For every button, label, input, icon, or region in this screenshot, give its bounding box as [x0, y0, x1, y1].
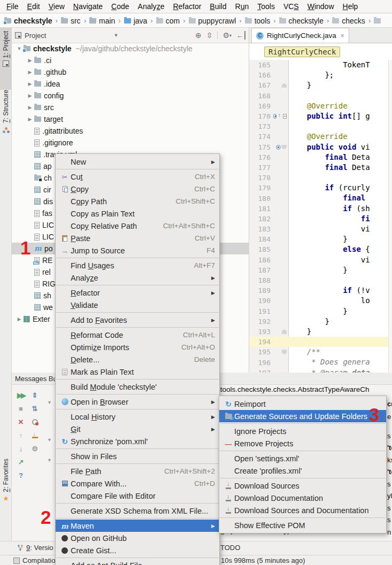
breadcrumb-main[interactable]: main [89, 17, 115, 25]
code-line-169[interactable]: 169 @Override [249, 101, 392, 111]
code-line-166[interactable]: 166 }; [249, 70, 392, 80]
hide-panel-icon[interactable]: ← [236, 31, 245, 40]
code-line-196[interactable]: 196 * Does genera [249, 357, 392, 367]
code-line-191[interactable]: 191 } [249, 306, 392, 316]
menu-item-copy-as-plain-text[interactable]: Copy as Plain Text [56, 207, 219, 220]
code-line-173[interactable]: 173 [249, 121, 392, 131]
version-control-button[interactable]: 9: Versio [17, 544, 53, 552]
code-line-197[interactable]: 197 * @param deta [249, 368, 392, 373]
down-icon[interactable]: ↓ [19, 445, 23, 453]
menu-item-compare-file-with-editor[interactable]: Compare File with Editor [56, 490, 219, 502]
menu-item-generate-sources-and-update-folders[interactable]: Generate Sources and Update Folders [219, 410, 386, 422]
breadcrumb-checkstyle[interactable]: checkstyle [279, 17, 324, 25]
menu-item-reimport[interactable]: Reimport [219, 398, 386, 410]
menu-item-build-module-checkstyle[interactable]: Build Module 'checkstyle' [56, 381, 219, 393]
menu-item-find-usages[interactable]: Find UsagesAlt+F7 [56, 259, 219, 272]
tree-expand-icon[interactable]: ▶ [27, 117, 33, 122]
menu-item-show-effective-pom[interactable]: Show Effective POM [219, 519, 386, 531]
menu-item-reformat-code[interactable]: Reformat CodeCtrl+Alt+L [56, 329, 219, 341]
breadcrumb-src[interactable]: src [61, 17, 81, 25]
compilation-status[interactable]: Compilatio [13, 556, 55, 564]
stop-icon[interactable]: ■ [19, 405, 23, 413]
menu-item-validate[interactable]: Validate [56, 299, 219, 311]
menu-item-delete[interactable]: Delete...Delete [56, 353, 219, 366]
code-line-194[interactable]: 194 [249, 337, 392, 347]
tree-item-github[interactable]: ▶.github [12, 66, 249, 78]
tree-item-config[interactable]: ▶config [12, 90, 249, 102]
import-icon[interactable] [32, 432, 39, 439]
code-line-186[interactable]: 186 vi [249, 255, 392, 265]
menu-item-mark-as-plain-text[interactable]: Mark as Plain Text [56, 366, 219, 378]
tree-item-src[interactable]: ▶src [12, 102, 249, 113]
menu-item-open-in-browser[interactable]: Open in Browser▶ [56, 396, 219, 408]
tree-expand-icon[interactable]: ▶ [27, 105, 33, 110]
tree-item-ci[interactable]: ▶.ci [12, 55, 249, 66]
code-line-182[interactable]: 182 fi [249, 214, 392, 224]
menubar-item-window[interactable]: Window [303, 2, 339, 11]
menu-item-copy[interactable]: CopyCtrl+C [56, 183, 219, 195]
menu-item-open-settings-xml[interactable]: Open 'settings.xml' [219, 452, 386, 465]
code-line-195[interactable]: 195 /** [249, 347, 392, 357]
menu-item-local-history[interactable]: Local History▶ [56, 411, 219, 423]
tree-item-idea[interactable]: ▶.idea [12, 78, 249, 90]
code-line-193[interactable]: 193 } [249, 327, 392, 337]
menu-item-analyze[interactable]: Analyze▶ [56, 272, 219, 284]
stripe-button-1-project[interactable]: 1: Project [0, 28, 12, 90]
menubar-item-navigate[interactable]: Navigate [69, 2, 107, 11]
menubar-item-analyze[interactable]: Analyze [134, 2, 169, 11]
fold-region-icon[interactable] [282, 350, 287, 354]
code-line-165[interactable]: 165 TokenT [249, 60, 392, 70]
menubar-item-file[interactable]: File [2, 2, 23, 11]
menubar-item-view[interactable]: View [44, 2, 69, 11]
tree-collapse-arrow-icon[interactable]: ▼ [47, 458, 52, 463]
code-line-168[interactable]: 168 [249, 91, 392, 101]
code-editor[interactable]: 165 TokenT166 };167 }168169 @Override170… [249, 60, 392, 373]
menu-item-create-gist[interactable]: Create Gist... [56, 544, 219, 556]
menu-item-copy-path[interactable]: Copy PathCtrl+Shift+C [56, 195, 219, 207]
menu-item-download-sources[interactable]: Download Sources [219, 479, 386, 492]
menubar-item-vcs[interactable]: VCS [279, 2, 303, 11]
menubar-item-edit[interactable]: Edit [23, 2, 44, 11]
menu-item-add-as-ant-build-file[interactable]: Add as Ant Build File [56, 559, 219, 565]
code-line-176[interactable]: 176 final Deta [249, 152, 392, 162]
code-line-188[interactable]: 188 [249, 275, 392, 285]
menu-item-maven[interactable]: Maven▶ [56, 520, 219, 532]
rerun-icon[interactable]: ▶▶ [17, 391, 25, 399]
tree-item-target[interactable]: ▶target [12, 113, 249, 125]
code-line-192[interactable]: 192 } [249, 316, 392, 327]
menu-item-download-documentation[interactable]: Download Documentation [219, 492, 386, 504]
project-view-dropdown-icon[interactable]: ▼ [113, 33, 118, 38]
gear-icon[interactable]: ⚙▾ [222, 31, 232, 40]
override-method-icon[interactable] [273, 114, 276, 119]
code-line-178[interactable]: 178 [249, 173, 392, 183]
code-line-167[interactable]: 167 } [249, 80, 392, 90]
hide-passed-icon[interactable] [32, 419, 38, 425]
code-line-175[interactable]: 175 public void vi [249, 142, 392, 152]
menu-item-compare-with[interactable]: Compare With...Ctrl+D [56, 477, 219, 490]
fold-region-icon[interactable] [282, 83, 287, 88]
menu-item-synchronize-pom-xml[interactable]: Synchronize 'pom.xml' [56, 435, 219, 447]
tree-item-gitattributes[interactable]: .gitattributes [12, 125, 249, 137]
code-line-183[interactable]: 183 vi [249, 224, 392, 234]
expand-all-icon[interactable]: ⇕ [32, 391, 38, 399]
code-line-174[interactable]: 174 @Override [249, 131, 392, 142]
tree-expand-icon[interactable]: ▶ [27, 69, 33, 75]
code-line-184[interactable]: 184 } [249, 234, 392, 244]
collapse-all-icon[interactable]: ⇳ [206, 31, 213, 40]
menubar-item-run[interactable]: Run [231, 2, 253, 11]
code-line-185[interactable]: 185 else { [249, 244, 392, 254]
menu-item-paste[interactable]: PasteCtrl+V [56, 232, 219, 244]
menu-item-show-in-files[interactable]: Show in Files [56, 450, 219, 462]
breadcrumb-com[interactable]: com [156, 17, 180, 25]
menubar-item-code[interactable]: Code [107, 2, 133, 11]
code-line-180[interactable]: 180 final [249, 193, 392, 203]
menubar-item-tools[interactable]: Tools [253, 2, 279, 11]
tree-collapse-arrow-icon[interactable]: ▼ [47, 437, 52, 443]
code-line-179[interactable]: 179 if (rcurly [249, 183, 392, 193]
tree-expand-icon[interactable]: ▶ [27, 58, 33, 63]
menu-item-new[interactable]: New▶ [56, 156, 219, 168]
menu-item-git[interactable]: Git▶ [56, 423, 219, 435]
menubar-item-build[interactable]: Build [205, 2, 230, 11]
menu-item-optimize-imports[interactable]: Optimize ImportsCtrl+Alt+O [56, 341, 219, 353]
code-line-181[interactable]: 181 if (sh [249, 204, 392, 214]
